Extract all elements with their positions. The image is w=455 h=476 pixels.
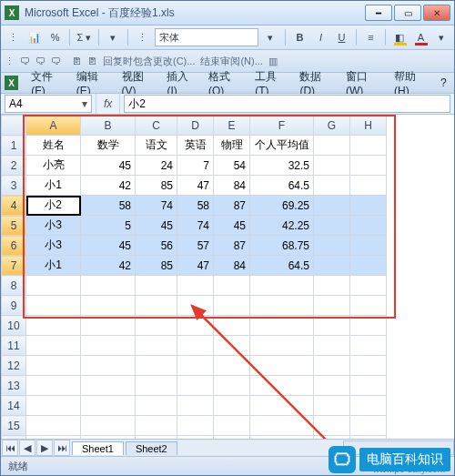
- cell[interactable]: [214, 436, 250, 440]
- column-header[interactable]: G: [314, 116, 350, 136]
- column-header[interactable]: E: [214, 116, 250, 136]
- cell[interactable]: [136, 356, 177, 376]
- cell[interactable]: [81, 396, 136, 416]
- toolbar-icon[interactable]: 🗨: [20, 56, 30, 66]
- row-header[interactable]: 10: [2, 316, 26, 336]
- cell[interactable]: [350, 176, 387, 196]
- select-all-corner[interactable]: [2, 116, 26, 136]
- maximize-button[interactable]: ▭: [394, 5, 421, 21]
- cell[interactable]: [81, 276, 136, 296]
- row-header[interactable]: 5: [2, 216, 26, 236]
- cell[interactable]: [314, 416, 350, 436]
- cell[interactable]: [350, 136, 387, 156]
- autosum-icon[interactable]: Σ ▾: [76, 28, 93, 46]
- cell[interactable]: [314, 296, 350, 316]
- dropdown-icon[interactable]: ▾: [105, 28, 122, 46]
- cell[interactable]: [81, 296, 136, 316]
- cell[interactable]: [314, 396, 350, 416]
- cell[interactable]: [350, 416, 387, 436]
- cell[interactable]: [350, 316, 387, 336]
- cell[interactable]: [250, 296, 314, 316]
- cell[interactable]: [26, 396, 81, 416]
- cell[interactable]: 小1: [26, 176, 81, 196]
- cell[interactable]: [350, 396, 387, 416]
- tab-nav-prev[interactable]: ◀: [19, 440, 35, 456]
- cell[interactable]: [214, 416, 250, 436]
- name-box[interactable]: A4 ▾: [5, 95, 92, 113]
- cell[interactable]: [350, 296, 387, 316]
- cell[interactable]: 24: [136, 156, 177, 176]
- tab-nav-last[interactable]: ⏭: [54, 440, 70, 456]
- cell[interactable]: [350, 236, 387, 256]
- cell[interactable]: [136, 276, 177, 296]
- column-header[interactable]: B: [81, 116, 136, 136]
- spreadsheet-grid[interactable]: ABCDEFGH1姓名数学语文英语物理个人平均值2小亮452475432.53小…: [1, 115, 387, 439]
- cell[interactable]: [177, 356, 214, 376]
- row-header[interactable]: 7: [2, 256, 26, 276]
- cell[interactable]: 64.5: [250, 176, 314, 196]
- cell[interactable]: 32.5: [250, 156, 314, 176]
- sheet-tab[interactable]: Sheet1: [72, 441, 124, 455]
- row-header[interactable]: 6: [2, 236, 26, 256]
- cell[interactable]: [350, 436, 387, 440]
- cell[interactable]: [81, 356, 136, 376]
- cell[interactable]: [250, 376, 314, 396]
- tab-nav-first[interactable]: ⏮: [2, 440, 18, 456]
- cell[interactable]: 45: [81, 236, 136, 256]
- toolbar-icon[interactable]: 🖹: [87, 56, 97, 66]
- italic-button[interactable]: I: [312, 28, 329, 46]
- cell[interactable]: [314, 436, 350, 440]
- column-header[interactable]: C: [136, 116, 177, 136]
- cell[interactable]: 45: [136, 216, 177, 236]
- cell[interactable]: [177, 376, 214, 396]
- cell[interactable]: [350, 156, 387, 176]
- column-header[interactable]: A: [26, 116, 81, 136]
- cell[interactable]: [26, 316, 81, 336]
- cell[interactable]: 85: [136, 256, 177, 276]
- cell[interactable]: [314, 176, 350, 196]
- cell[interactable]: [214, 356, 250, 376]
- cell[interactable]: [350, 336, 387, 356]
- row-header[interactable]: 12: [2, 356, 26, 376]
- row-header[interactable]: 2: [2, 156, 26, 176]
- cell[interactable]: [26, 376, 81, 396]
- cell[interactable]: 语文: [136, 136, 177, 156]
- cell[interactable]: [250, 356, 314, 376]
- cell[interactable]: 56: [136, 236, 177, 256]
- cell[interactable]: 47: [177, 256, 214, 276]
- cell[interactable]: [81, 336, 136, 356]
- cell[interactable]: [177, 336, 214, 356]
- cell[interactable]: [214, 276, 250, 296]
- minimize-button[interactable]: ━: [365, 5, 392, 21]
- cell[interactable]: [250, 316, 314, 336]
- cell[interactable]: [214, 296, 250, 316]
- cell[interactable]: 84: [214, 176, 250, 196]
- cell[interactable]: 58: [81, 196, 136, 216]
- cell[interactable]: [177, 276, 214, 296]
- cell[interactable]: 84: [214, 256, 250, 276]
- cell[interactable]: 7: [177, 156, 214, 176]
- toolbar-icon[interactable]: ▥: [268, 56, 278, 67]
- toolbar-icon[interactable]: 🖹: [72, 56, 82, 66]
- cell[interactable]: [26, 436, 81, 440]
- cell[interactable]: 45: [81, 156, 136, 176]
- row-header[interactable]: 4: [2, 196, 26, 216]
- column-header[interactable]: F: [250, 116, 314, 136]
- cell[interactable]: [350, 256, 387, 276]
- cell[interactable]: 姓名: [26, 136, 81, 156]
- cell[interactable]: 小3: [26, 236, 81, 256]
- cell[interactable]: [314, 316, 350, 336]
- cell[interactable]: [214, 336, 250, 356]
- cell[interactable]: [250, 416, 314, 436]
- cell[interactable]: [350, 376, 387, 396]
- cell[interactable]: [314, 236, 350, 256]
- cell[interactable]: 68.75: [250, 236, 314, 256]
- cell[interactable]: [177, 396, 214, 416]
- cell[interactable]: 58: [177, 196, 214, 216]
- cell[interactable]: 5: [81, 216, 136, 236]
- cell[interactable]: 69.25: [250, 196, 314, 216]
- bold-button[interactable]: B: [291, 28, 308, 46]
- cell[interactable]: [136, 316, 177, 336]
- row-header[interactable]: 9: [2, 296, 26, 316]
- row-header[interactable]: 15: [2, 416, 26, 436]
